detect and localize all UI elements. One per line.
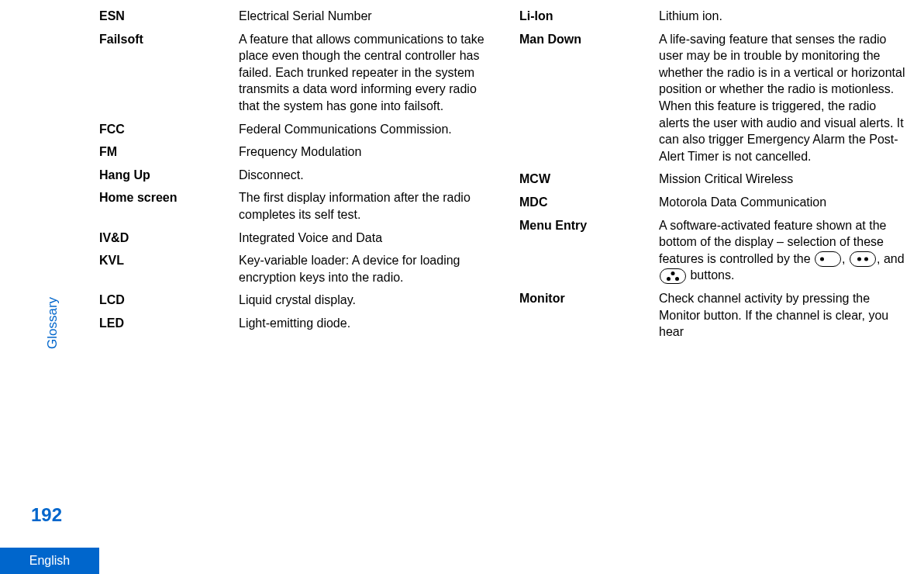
glossary-term: FCC	[99, 121, 239, 138]
glossary-term: MCW	[519, 171, 659, 188]
glossary-term: FM	[99, 144, 239, 161]
page: Glossary 192 ESN Electrical Serial Numbe…	[0, 0, 924, 574]
glossary-entry: Li-Ion Lithium ion.	[519, 8, 908, 25]
glossary-entry: Home screen The first display informatio…	[99, 189, 488, 223]
glossary-entry: FCC Federal Communications Commission.	[99, 121, 488, 138]
glossary-entry: Man Down A life-saving feature that sens…	[519, 31, 908, 165]
glossary-entry: FM Frequency Modulation	[99, 144, 488, 161]
glossary-entry: KVL Key-variable loader: A device for lo…	[99, 252, 488, 285]
glossary-definition: The first display information after the …	[239, 189, 488, 223]
glossary-definition: A software-activated feature shown at th…	[659, 217, 908, 285]
two-dot-button-icon	[850, 251, 876, 267]
glossary-entry: LCD Liquid crystal display.	[99, 292, 488, 309]
language-footer: English	[0, 548, 99, 574]
glossary-definition: Electrical Serial Number	[239, 8, 488, 25]
glossary-term: Man Down	[519, 31, 659, 165]
glossary-term: Failsoft	[99, 31, 239, 115]
glossary-definition: Light-emitting diode.	[239, 315, 488, 332]
glossary-term: Li-Ion	[519, 8, 659, 25]
content-area: ESN Electrical Serial Number Failsoft A …	[99, 8, 924, 574]
sidebar: Glossary 192	[0, 8, 99, 574]
glossary-definition: Key-variable loader: A device for loadin…	[239, 252, 488, 285]
def-text: , and	[877, 252, 905, 265]
section-label: Glossary	[45, 297, 60, 349]
glossary-entry: LED Light-emitting diode.	[99, 315, 488, 332]
glossary-term: LED	[99, 315, 239, 332]
glossary-entry: Monitor Check channel activity by pressi…	[519, 290, 908, 341]
glossary-term: MDC	[519, 194, 659, 211]
glossary-term: IV&D	[99, 230, 239, 247]
glossary-definition: Federal Communications Commission.	[239, 121, 488, 138]
page-number: 192	[31, 504, 62, 526]
three-dot-button-icon	[660, 268, 686, 284]
glossary-definition: Disconnect.	[239, 167, 488, 184]
glossary-entry: MCW Mission Critical Wireless	[519, 171, 908, 188]
glossary-definition: A feature that allows communications to …	[239, 31, 488, 115]
glossary-entry: Failsoft A feature that allows communica…	[99, 31, 488, 115]
def-text: buttons.	[687, 268, 734, 282]
glossary-term: ESN	[99, 8, 239, 25]
glossary-entry: Hang Up Disconnect.	[99, 167, 488, 184]
glossary-entry: MDC Motorola Data Communication	[519, 194, 908, 211]
glossary-definition: Lithium ion.	[659, 8, 908, 25]
glossary-term: KVL	[99, 252, 239, 285]
glossary-term: Monitor	[519, 290, 659, 341]
glossary-definition: Check channel activity by pressing the M…	[659, 290, 908, 341]
glossary-definition: Motorola Data Communication	[659, 194, 908, 211]
glossary-entry: ESN Electrical Serial Number	[99, 8, 488, 25]
glossary-term: Menu Entry	[519, 217, 659, 285]
glossary-term: Hang Up	[99, 167, 239, 184]
glossary-term: LCD	[99, 292, 239, 309]
glossary-definition: Liquid crystal display.	[239, 292, 488, 309]
one-dot-button-icon	[815, 251, 841, 267]
glossary-definition: Frequency Modulation	[239, 144, 488, 161]
language-label: English	[29, 554, 70, 567]
def-text: ,	[842, 252, 849, 265]
glossary-term: Home screen	[99, 189, 239, 223]
glossary-entry: IV&D Integrated Voice and Data	[99, 230, 488, 247]
left-column: ESN Electrical Serial Number Failsoft A …	[99, 8, 488, 574]
glossary-definition: Mission Critical Wireless	[659, 171, 908, 188]
glossary-definition: A life-saving feature that senses the ra…	[659, 31, 908, 165]
glossary-definition: Integrated Voice and Data	[239, 230, 488, 247]
right-column: Li-Ion Lithium ion. Man Down A life-savi…	[519, 8, 908, 574]
glossary-entry: Menu Entry A software-activated feature …	[519, 217, 908, 285]
